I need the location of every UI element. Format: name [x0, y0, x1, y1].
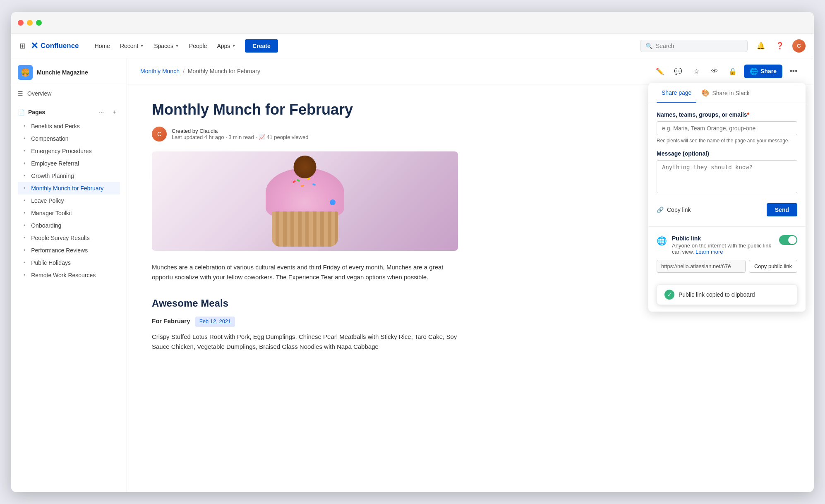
- public-link-toggle[interactable]: [779, 235, 797, 245]
- comment-button[interactable]: 💬: [671, 64, 685, 78]
- edit-button[interactable]: ✏️: [653, 64, 667, 78]
- sidebar-item-perf[interactable]: Performance Reviews: [18, 244, 120, 257]
- logo[interactable]: ✕ Confluence: [31, 41, 79, 51]
- breadcrumb-bar: Monthly Munch / Monthly Munch for Februa…: [127, 58, 814, 84]
- grid-icon[interactable]: ⊞: [19, 41, 26, 50]
- content-area: Monthly Munch / Monthly Munch for Februa…: [127, 58, 814, 492]
- main-area: 🍔 Munchie Magazine ☰ Overview 📄 Pages ··…: [11, 58, 814, 492]
- nav-home[interactable]: Home: [91, 40, 114, 52]
- pages-icon: 📄: [18, 109, 25, 115]
- tab-share-slack[interactable]: 🎨 Share in Slack: [696, 83, 754, 103]
- breadcrumb: Monthly Munch / Monthly Munch for Februa…: [140, 68, 260, 74]
- toast-check-icon: ✓: [664, 290, 674, 300]
- article-image: [152, 151, 458, 251]
- traffic-lights: [18, 20, 42, 26]
- space-icon: 🍔: [18, 65, 33, 80]
- sidebar-item-leave[interactable]: Leave Policy: [18, 194, 120, 207]
- nav-recent[interactable]: Recent▼: [116, 40, 148, 52]
- sidebar-item-compensation[interactable]: Compensation: [18, 132, 120, 145]
- sidebar-overview[interactable]: ☰ Overview: [11, 85, 127, 102]
- message-textarea[interactable]: [657, 160, 797, 193]
- author-avatar: C: [152, 127, 167, 142]
- copy-public-link-button[interactable]: Copy public link: [749, 260, 797, 273]
- nav-icon-group: 🔔 ❓ C: [754, 39, 806, 53]
- learn-more-link[interactable]: Learn more: [695, 249, 723, 255]
- public-link-url-row: https://hello.atlassian.net/67é Copy pub…: [657, 260, 797, 273]
- logo-icon: ✕: [31, 41, 38, 51]
- nav-people[interactable]: People: [185, 40, 211, 52]
- last-updated: Last updated 4 hr ago: [172, 134, 224, 140]
- sidebar-item-growth[interactable]: Growth Planning: [18, 170, 120, 182]
- article-title: Monthly Munch for February: [152, 101, 458, 118]
- copy-link-label: Copy link: [667, 206, 691, 213]
- nav-links: Home Recent▼ Spaces▼ People Apps▼ Create: [91, 39, 640, 53]
- sidebar-item-survey[interactable]: People Survey Results: [18, 232, 120, 244]
- copy-link-button[interactable]: 🔗 Copy link: [657, 206, 691, 213]
- sidebar-item-manager[interactable]: Manager Toolkit: [18, 207, 120, 219]
- minimize-button[interactable]: [27, 20, 33, 26]
- public-link-title: Public link: [672, 235, 774, 242]
- overview-icon: ☰: [18, 90, 23, 97]
- close-button[interactable]: [18, 20, 24, 26]
- pages-more-button[interactable]: ···: [96, 107, 107, 118]
- public-link-info: Public link Anyone on the internet with …: [672, 235, 774, 255]
- nav-spaces[interactable]: Spaces▼: [150, 40, 183, 52]
- author-name: Created by Claudia: [172, 128, 218, 134]
- user-avatar[interactable]: C: [792, 39, 806, 53]
- sidebar-item-onboarding[interactable]: Onboarding: [18, 219, 120, 232]
- notifications-icon[interactable]: 🔔: [754, 39, 767, 53]
- pages-list: Benefits and Perks Compensation Emergenc…: [18, 120, 120, 281]
- pages-label: 📄 Pages: [18, 109, 45, 115]
- star-button[interactable]: ☆: [689, 64, 703, 78]
- public-link-row: 🌐 Public link Anyone on the internet wit…: [657, 235, 797, 255]
- search-input[interactable]: [656, 43, 730, 49]
- meta-info: Created by Claudia Last updated 4 hr ago…: [172, 128, 308, 140]
- viewers: 41 people viewed: [266, 134, 308, 140]
- help-icon[interactable]: ❓: [773, 39, 787, 53]
- public-link-section: 🌐 Public link Anyone on the internet wit…: [648, 228, 806, 279]
- watch-button[interactable]: 👁: [707, 64, 722, 78]
- section-title: Awesome Meals: [152, 295, 458, 311]
- sidebar: 🍔 Munchie Magazine ☰ Overview 📄 Pages ··…: [11, 58, 127, 492]
- sidebar-item-remote[interactable]: Remote Work Resources: [18, 269, 120, 281]
- nav-apps[interactable]: Apps▼: [213, 40, 240, 52]
- sidebar-section-header: 📄 Pages ··· ＋: [18, 107, 120, 118]
- breadcrumb-current: Monthly Munch for February: [188, 68, 260, 74]
- toggle-container: [779, 235, 797, 245]
- for-month: For February: [152, 317, 190, 324]
- tab-share-page[interactable]: Share page: [657, 83, 696, 103]
- tab-share-page-label: Share page: [662, 89, 691, 96]
- restrict-button[interactable]: 🔒: [726, 64, 740, 78]
- share-button-label: Share: [760, 68, 777, 74]
- toggle-knob: [788, 236, 796, 244]
- more-options-button[interactable]: •••: [787, 64, 801, 78]
- create-button[interactable]: Create: [245, 39, 278, 53]
- add-page-button[interactable]: ＋: [109, 107, 120, 118]
- sidebar-item-emergency[interactable]: Emergency Procedures: [18, 145, 120, 157]
- titlebar: [11, 12, 814, 34]
- logo-text: Confluence: [41, 42, 79, 50]
- overview-label: Overview: [27, 90, 51, 97]
- food-items: Crispy Stuffed Lotus Root with Pork, Egg…: [152, 332, 458, 352]
- search-container: 🔍: [640, 40, 748, 52]
- date-badge: Feb 12, 2021: [195, 317, 235, 327]
- share-tabs: Share page 🎨 Share in Slack: [648, 83, 806, 103]
- share-panel: Share page 🎨 Share in Slack Names, teams…: [648, 83, 806, 312]
- send-button[interactable]: Send: [767, 203, 797, 216]
- article-body: Munches are a celebration of various cul…: [152, 262, 458, 352]
- app-window: ⊞ ✕ Confluence Home Recent▼ Spaces▼ Peop…: [11, 12, 814, 492]
- names-input[interactable]: [657, 121, 797, 135]
- sidebar-item-referral[interactable]: Employee Referral: [18, 157, 120, 170]
- breadcrumb-separator: /: [183, 68, 185, 74]
- read-time: 3 min read: [228, 134, 254, 140]
- space-header[interactable]: 🍔 Munchie Magazine: [11, 58, 127, 85]
- sidebar-item-monthly[interactable]: Monthly Munch for February: [18, 182, 120, 194]
- sidebar-item-holidays[interactable]: Public Holidays: [18, 257, 120, 269]
- share-actions: 🔗 Copy link Send: [657, 202, 797, 216]
- share-body: Names, teams, groups, or emails* Recipie…: [648, 103, 806, 225]
- sidebar-item-benefits[interactable]: Benefits and Perks: [18, 120, 120, 132]
- names-hint: Recipients will see the name of the page…: [657, 138, 797, 144]
- share-button[interactable]: 🌐 Share: [744, 65, 782, 78]
- breadcrumb-parent[interactable]: Monthly Munch: [140, 68, 180, 74]
- maximize-button[interactable]: [36, 20, 42, 26]
